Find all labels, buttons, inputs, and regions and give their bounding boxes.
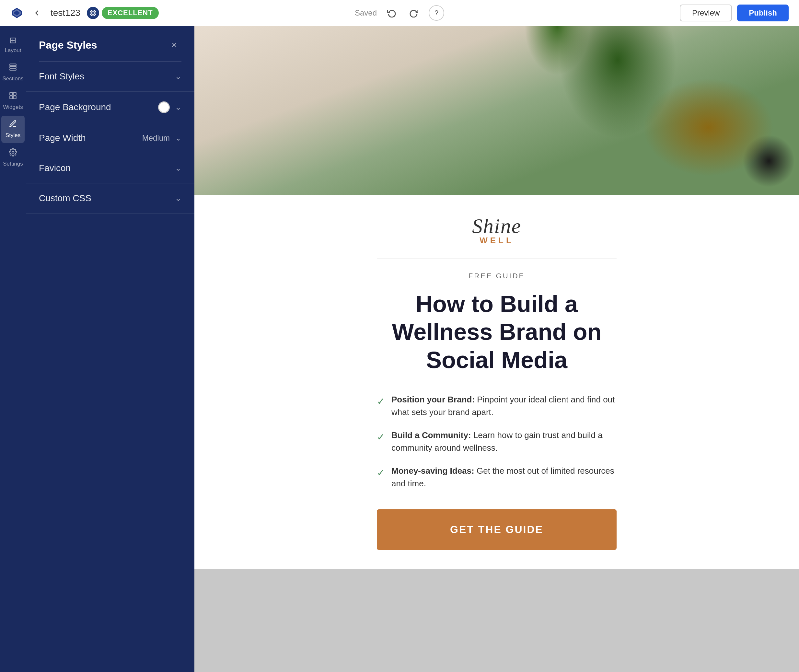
hero-image: [194, 26, 799, 195]
svg-rect-16: [13, 96, 16, 99]
font-styles-row[interactable]: Font Styles ⌄: [26, 62, 194, 92]
page-width-row[interactable]: Page Width Medium ⌄: [26, 123, 194, 153]
page-width-chevron: ⌄: [175, 133, 181, 142]
panel-title: Page Styles: [39, 39, 97, 51]
settings-icon: [9, 148, 17, 159]
header-left: test123 EXCELLENT: [10, 6, 270, 20]
icon-sidebar: ⊞ Layout Sections Wid: [0, 26, 26, 672]
page-width-label: Page Width: [39, 133, 86, 143]
saved-status: Saved: [355, 8, 377, 18]
close-panel-button[interactable]: ×: [167, 38, 181, 52]
custom-css-chevron: ⌄: [175, 194, 181, 203]
header-center: Saved ?: [270, 5, 529, 21]
feature-list: ✓ Position your Brand: Pinpoint your ide…: [377, 394, 617, 490]
brand-logo-area: Shine WELL: [377, 214, 617, 259]
svg-point-5: [92, 12, 94, 14]
feature-item-3: ✓ Money-saving Ideas: Get the most out o…: [377, 465, 617, 490]
layout-icon: ⊞: [10, 35, 16, 45]
sidebar-label-sections: Sections: [2, 75, 23, 82]
font-styles-right: ⌄: [175, 72, 181, 81]
feature-item-2: ✓ Build a Community: Learn how to gain t…: [377, 429, 617, 454]
main-content: ⊞ Layout Sections Wid: [0, 26, 799, 672]
feature-bold-2: Build a Community:: [392, 430, 471, 440]
font-styles-label: Font Styles: [39, 71, 84, 82]
styles-panel: Page Styles × Font Styles ⌄ Page Backgro…: [26, 26, 194, 672]
feature-item-1: ✓ Position your Brand: Pinpoint your ide…: [377, 394, 617, 419]
svg-rect-13: [10, 92, 13, 95]
sidebar-item-widgets[interactable]: Widgets: [1, 88, 25, 114]
page-width-right: Medium ⌄: [142, 133, 181, 142]
help-icon: ?: [435, 9, 438, 17]
quality-badge: EXCELLENT: [87, 7, 159, 19]
page-width-value: Medium: [142, 133, 170, 142]
check-icon-3: ✓: [377, 465, 385, 480]
sidebar-item-layout[interactable]: ⊞ Layout: [1, 32, 25, 58]
favicon-label: Favicon: [39, 163, 70, 173]
favicon-right: ⌄: [175, 164, 181, 173]
back-button[interactable]: [30, 6, 44, 20]
widgets-icon: [9, 91, 17, 102]
header-right: Preview Publish: [529, 5, 789, 21]
page-background-toggle[interactable]: [158, 101, 170, 113]
sidebar-item-settings[interactable]: Settings: [1, 144, 25, 171]
help-button[interactable]: ?: [429, 5, 444, 21]
landing-page: Shine WELL FREE GUIDE How to Build a Wel…: [194, 195, 799, 569]
page-background-right: ⌄: [158, 101, 181, 113]
panel-header: Page Styles ×: [26, 26, 194, 61]
page-name: test123: [51, 8, 80, 18]
sidebar-label-widgets: Widgets: [3, 104, 23, 110]
custom-css-label: Custom CSS: [39, 193, 91, 203]
feature-text-3: Money-saving Ideas: Get the most out of …: [392, 465, 617, 490]
favicon-chevron: ⌄: [175, 164, 181, 173]
feature-text-1: Position your Brand: Pinpoint your ideal…: [392, 394, 617, 419]
feature-bold-3: Money-saving Ideas:: [392, 466, 475, 476]
styles-icon: [9, 120, 17, 130]
landing-headline: How to Build a Wellness Brand on Social …: [377, 290, 617, 374]
sidebar-label-layout: Layout: [5, 47, 21, 54]
svg-rect-12: [10, 69, 16, 70]
free-guide-label: FREE GUIDE: [377, 272, 617, 280]
check-icon-2: ✓: [377, 430, 385, 444]
undo-button[interactable]: [385, 6, 399, 20]
page-background-chevron: ⌄: [175, 103, 181, 112]
sections-icon: [9, 63, 17, 74]
custom-css-right: ⌄: [175, 194, 181, 203]
svg-point-17: [12, 151, 14, 153]
custom-css-row[interactable]: Custom CSS ⌄: [26, 183, 194, 213]
app-header: test123 EXCELLENT Saved: [0, 0, 799, 26]
svg-rect-11: [10, 66, 16, 68]
brand-sub: WELL: [377, 235, 617, 246]
preview-button[interactable]: Preview: [680, 5, 732, 21]
font-styles-chevron: ⌄: [175, 72, 181, 81]
svg-rect-15: [10, 96, 13, 99]
landing-inner: Shine WELL FREE GUIDE How to Build a Wel…: [351, 195, 642, 569]
excellent-label: EXCELLENT: [102, 7, 159, 19]
page-background-label: Page Background: [39, 102, 111, 112]
close-icon: ×: [172, 40, 177, 50]
sidebar-label-settings: Settings: [3, 161, 23, 167]
feature-bold-1: Position your Brand:: [392, 395, 475, 404]
target-icon: [87, 7, 99, 19]
page-background-row[interactable]: Page Background ⌄: [26, 92, 194, 123]
svg-rect-10: [10, 64, 16, 66]
redo-button[interactable]: [407, 6, 421, 20]
sidebar-item-sections[interactable]: Sections: [1, 59, 25, 86]
check-icon-1: ✓: [377, 394, 385, 409]
feature-text-2: Build a Community: Learn how to gain tru…: [392, 429, 617, 454]
publish-button[interactable]: Publish: [737, 5, 789, 21]
sidebar-label-styles: Styles: [5, 132, 21, 139]
canvas-area: Shine WELL FREE GUIDE How to Build a Wel…: [194, 26, 799, 672]
favicon-row[interactable]: Favicon ⌄: [26, 153, 194, 183]
svg-rect-14: [13, 92, 16, 95]
sidebar-item-styles[interactable]: Styles: [1, 116, 25, 142]
app-logo: [10, 6, 23, 19]
brand-script: Shine: [377, 214, 617, 238]
cta-button[interactable]: GET THE GUIDE: [377, 509, 617, 550]
